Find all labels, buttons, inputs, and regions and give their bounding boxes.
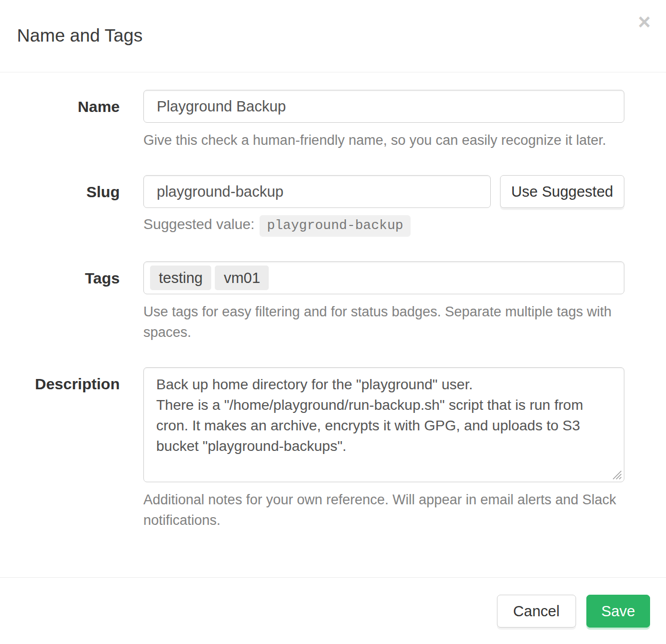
name-help-text: Give this check a human-friendly name, s… [143,130,649,150]
tags-input[interactable]: testing vm01 [143,261,624,294]
save-button[interactable]: Save [586,595,650,628]
resize-handle-icon[interactable] [611,469,622,480]
suggested-value-line: Suggested value:playground-backup [143,215,649,237]
modal-footer: Cancel Save [0,577,666,644]
description-help-text: Additional notes for your own reference.… [143,489,649,531]
name-and-tags-dialog: Name and Tags × Name Give this check a h… [0,0,666,644]
cancel-button[interactable]: Cancel [497,595,576,628]
close-icon: × [638,10,651,34]
tags-form-group: Tags testing vm01 Use tags for easy filt… [17,261,649,343]
name-form-group: Name Give this check a human-friendly na… [17,90,649,150]
tag-chip[interactable]: testing [150,266,211,290]
suggested-value-code: playground-backup [260,215,410,237]
description-textarea[interactable]: Back up home directory for the "playgrou… [143,367,624,482]
modal-header: Name and Tags × [0,0,666,72]
tag-chip[interactable]: vm01 [215,266,269,290]
name-label: Name [17,90,143,150]
description-form-group: Description Back up home directory for t… [17,367,649,531]
tags-help-text: Use tags for easy filtering and for stat… [143,301,649,343]
suggested-value-prefix: Suggested value: [143,216,254,232]
use-suggested-button[interactable]: Use Suggested [500,175,624,208]
description-label: Description [17,367,143,531]
name-input[interactable] [143,90,624,123]
slug-input[interactable] [143,175,491,208]
slug-form-group: Slug Use Suggested Suggested value:playg… [17,175,649,237]
close-button[interactable]: × [638,11,651,33]
tags-label: Tags [17,261,143,343]
modal-body: Name Give this check a human-friendly na… [0,72,666,577]
slug-label: Slug [17,175,143,237]
page-title: Name and Tags [17,24,649,47]
